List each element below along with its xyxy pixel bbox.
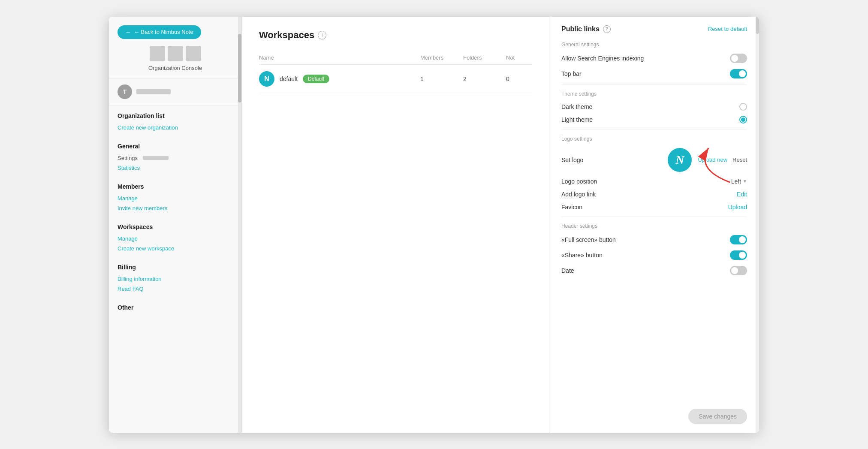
sidebar-item-workspaces-manage[interactable]: Manage	[118, 234, 233, 244]
table-row[interactable]: N default Default 1 2 0	[259, 65, 532, 93]
sidebar-scrollbar-track[interactable]	[238, 17, 241, 433]
light-theme-row: Light theme	[561, 116, 747, 124]
sidebar-item-read-faq[interactable]: Read FAQ	[118, 284, 233, 294]
back-button-label: ← Back to Nimbus Note	[134, 29, 193, 35]
favicon-label: Favicon	[561, 204, 582, 211]
logo-actions: Upload new Reset	[698, 157, 747, 163]
sidebar-item-members-manage[interactable]: Manage	[118, 193, 233, 203]
top-bar-row: Top bar	[561, 69, 747, 78]
workspaces-info-icon[interactable]: i	[318, 31, 326, 39]
general-settings-label: General settings	[561, 42, 747, 48]
workspaces-title: Workspaces	[259, 30, 314, 41]
sidebar-item-statistics[interactable]: Statistics	[118, 163, 233, 173]
upload-favicon-link[interactable]: Upload	[728, 204, 747, 211]
divider-2	[561, 130, 747, 130]
user-name-placeholder	[136, 89, 171, 94]
top-bar-label: Top bar	[561, 70, 582, 77]
sidebar-item-create-workspace[interactable]: Create new workspace	[118, 244, 233, 253]
date-row: Date	[561, 266, 747, 275]
allow-search-engines-toggle[interactable]	[730, 54, 747, 63]
workspace-notes: 0	[506, 75, 532, 82]
nav-section-general: General Settings Statistics	[109, 136, 241, 176]
set-logo-row: Set logo N Upload new Reset	[561, 148, 747, 172]
dark-theme-radio[interactable]	[739, 103, 747, 111]
workspaces-nav-title: Workspaces	[118, 223, 233, 230]
fullscreen-toggle[interactable]	[730, 235, 747, 244]
col-notes: Not	[506, 54, 532, 61]
save-btn-container: Save changes	[688, 409, 747, 424]
members-title: Members	[118, 183, 233, 190]
logo-position-dropdown[interactable]: Left ▼	[731, 178, 747, 185]
divider-3	[561, 217, 747, 217]
save-changes-button[interactable]: Save changes	[688, 409, 747, 424]
share-button-label: «Share» button	[561, 252, 603, 259]
logo-position-label: Logo position	[561, 178, 597, 185]
org-avatar-2	[168, 46, 183, 61]
sidebar-scrollbar-thumb[interactable]	[238, 34, 241, 102]
nav-section-org-list: Organization list Create new organizatio…	[109, 105, 241, 136]
upload-new-link[interactable]: Upload new	[698, 157, 727, 163]
add-logo-link-label: Add logo link	[561, 191, 596, 198]
col-members: Members	[420, 54, 463, 61]
date-toggle[interactable]	[730, 266, 747, 275]
right-panel: Public links ? Reset to default General …	[549, 17, 759, 433]
fullscreen-button-label: «Full screen» button	[561, 236, 616, 243]
table-header: Name Members Folders Not	[259, 51, 532, 65]
other-title: Other	[118, 304, 233, 311]
logo-settings-label: Logo settings	[561, 136, 747, 142]
nav-section-members: Members Manage Invite new members	[109, 176, 241, 217]
workspace-folders: 2	[463, 75, 506, 82]
col-name: Name	[259, 54, 420, 61]
nav-section-other: Other	[109, 297, 241, 318]
workspaces-header: Workspaces i	[259, 30, 532, 41]
back-to-nimbus-button[interactable]: ← ← Back to Nimbus Note	[118, 25, 201, 39]
logo-position-row: Logo position Left ▼	[561, 178, 747, 185]
right-panel-scrollbar[interactable]	[756, 17, 759, 433]
content-area: Workspaces i Name Members Folders Not N …	[242, 17, 549, 433]
allow-search-engines-label: Allow Search Engines indexing	[561, 55, 644, 62]
right-panel-header: Public links ? Reset to default	[561, 25, 747, 33]
reset-logo-link[interactable]: Reset	[732, 157, 747, 163]
favicon-row: Favicon Upload	[561, 204, 747, 211]
top-bar-toggle[interactable]	[730, 69, 747, 78]
share-toggle[interactable]	[730, 250, 747, 260]
edit-logo-link[interactable]: Edit	[737, 191, 747, 198]
date-label: Date	[561, 267, 574, 274]
light-theme-label: Light theme	[561, 116, 593, 123]
org-avatar-1	[150, 46, 165, 61]
light-theme-radio[interactable]	[739, 116, 747, 124]
logo-controls: N Upload new Reset	[668, 148, 747, 172]
divider-1	[561, 84, 747, 85]
back-arrow-icon: ←	[125, 29, 131, 36]
workspace-members: 1	[420, 75, 463, 82]
org-avatar-group	[150, 46, 201, 61]
dropdown-arrow-icon: ▼	[743, 179, 747, 184]
user-section: T	[109, 78, 241, 105]
org-list-title: Organization list	[118, 112, 233, 119]
org-console-section: Organization Console	[109, 46, 241, 78]
workspace-name: default	[280, 75, 298, 82]
workspace-name-cell: N default Default	[259, 71, 420, 87]
right-panel-scrollbar-thumb[interactable]	[756, 17, 759, 34]
nav-section-workspaces: Workspaces Manage Create new workspace	[109, 217, 241, 257]
workspace-icon: N	[259, 71, 274, 87]
allow-search-engines-row: Allow Search Engines indexing	[561, 54, 747, 63]
sidebar-item-billing-info[interactable]: Billing information	[118, 274, 233, 284]
sidebar-item-settings[interactable]: Settings	[118, 153, 233, 163]
sidebar-item-invite-members[interactable]: Invite new members	[118, 203, 233, 213]
general-title: General	[118, 143, 233, 150]
sidebar-item-create-org[interactable]: Create new organization	[118, 123, 233, 133]
org-avatar-3	[186, 46, 201, 61]
set-logo-label: Set logo	[561, 157, 583, 163]
nav-section-billing: Billing Billing information Read FAQ	[109, 257, 241, 297]
reset-to-default-link[interactable]: Reset to default	[708, 26, 747, 32]
settings-badge	[143, 156, 169, 160]
theme-settings-label: Theme settings	[561, 91, 747, 97]
right-panel-title: Public links ?	[561, 25, 611, 33]
org-console-label: Organization Console	[148, 65, 202, 71]
help-icon[interactable]: ?	[603, 25, 611, 33]
header-settings-label: Header settings	[561, 223, 747, 229]
dark-theme-row: Dark theme	[561, 103, 747, 111]
sidebar: ← ← Back to Nimbus Note Organization Con…	[109, 17, 242, 433]
default-badge: Default	[303, 75, 329, 83]
